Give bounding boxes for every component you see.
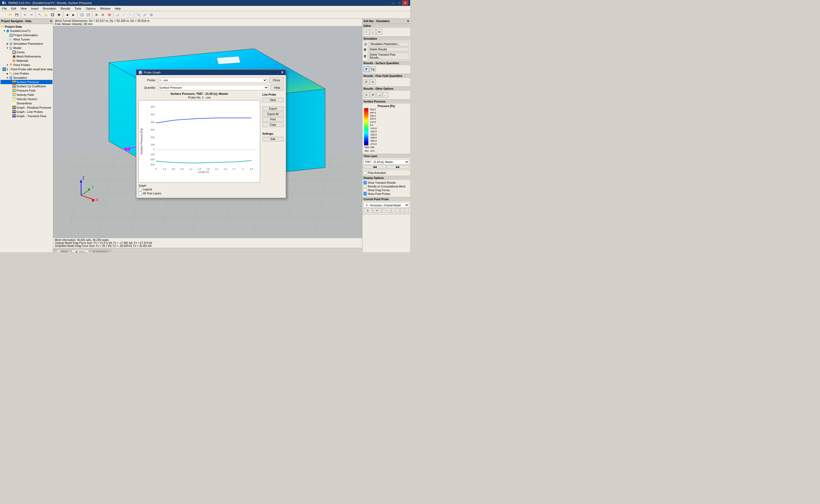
menu-edit[interactable]: Edit (9, 6, 18, 11)
tree-simulation-node[interactable]: ▼ 🌀 Simulation (1, 76, 52, 80)
other-options-header[interactable]: Results - Other Options (362, 87, 410, 91)
results-on-mesh-checkbox[interactable] (364, 185, 367, 188)
time-layer-header[interactable]: Time Layer (362, 154, 410, 158)
flow-animation-checkbox[interactable] (364, 171, 367, 175)
edit-bar-close[interactable]: ✕ (407, 20, 409, 23)
menu-results[interactable]: Results (58, 6, 72, 11)
tree-model[interactable]: ▼ 🏠 Model (1, 46, 52, 50)
toolbar-undo[interactable]: ↩ (22, 12, 28, 18)
toolbar-btn-16[interactable]: 📉 (127, 12, 133, 18)
navigator-close[interactable]: ✕ (50, 20, 52, 23)
tree-surface-cp[interactable]: Surface Cp Coefficient (1, 84, 52, 88)
surface-qty-header[interactable]: Results - Surface Quantities (362, 61, 410, 65)
editor-btn-2[interactable]: ↓ (370, 29, 376, 35)
tab-sections[interactable]: ✂ Sections (89, 249, 111, 252)
probe-rename-btn[interactable]: ✏ (373, 208, 382, 213)
toolbar-btn-19[interactable]: ⚙️ (148, 12, 154, 18)
tree-pressure-field[interactable]: Pressure Field (1, 88, 52, 93)
velocity-flow-btn[interactable]: V (370, 79, 376, 85)
copy-btn[interactable]: Copy (262, 122, 284, 127)
all-time-layers-checkbox[interactable] (138, 192, 142, 195)
tree-wind-tunnel[interactable]: 💨 Wind Tunnel (1, 37, 52, 42)
toolbar-btn-9[interactable]: 🔄 (79, 12, 85, 18)
toolbar-btn-17[interactable]: 🔍 (136, 12, 141, 18)
delete-results-btn[interactable]: Delete Results (368, 47, 409, 52)
toolbar-btn-8[interactable]: ▶ (71, 12, 76, 18)
export-btn[interactable]: Export (262, 106, 284, 111)
delete-transient-btn[interactable]: Delete Transient Flow Results... (368, 52, 409, 60)
minimize-btn[interactable]: — (390, 1, 396, 5)
surface-pressure-header[interactable]: Surface Pressure (362, 100, 410, 104)
editor-section-header[interactable]: Editor (362, 24, 410, 28)
tab-view[interactable]: 👁 View (72, 250, 89, 252)
toolbar-btn-7[interactable]: ◀ (64, 12, 70, 18)
editor-btn-3[interactable]: ✏ (376, 29, 382, 35)
quantity-selector[interactable]: Surface Pressure (158, 85, 268, 90)
toolbar-btn-12[interactable]: ⊟ (100, 12, 106, 18)
probe-delete-btn[interactable]: ✕ (364, 208, 372, 213)
tree-mesh-refinements[interactable]: 🔳 Mesh Refinements (1, 54, 52, 59)
show-point-probes-checkbox[interactable] (364, 192, 367, 195)
toolbar-btn-15[interactable]: 📈 (121, 12, 127, 18)
current-probe-selector[interactable]: 0 - Temporary, Original Model (364, 202, 409, 208)
toolbar-save[interactable]: 💾 (14, 12, 20, 18)
tree-materials[interactable]: 🎨 Materials (1, 59, 52, 63)
probe-down-btn[interactable]: ↓ (391, 208, 400, 213)
close-btn[interactable]: Close (269, 77, 284, 83)
tree-project-info[interactable]: ℹ️ Project Information (1, 33, 52, 37)
toolbar-redo[interactable]: ↪ (28, 12, 34, 18)
print-btn[interactable]: Print (262, 117, 284, 122)
menu-file[interactable]: File (0, 6, 9, 11)
cp-btn[interactable]: Cp (370, 66, 376, 72)
menu-window[interactable]: Window (98, 6, 113, 11)
toolbar-new[interactable]: 📄 (1, 12, 7, 18)
probe-up-btn[interactable]: ↑ (382, 208, 391, 213)
help-btn[interactable]: Help (271, 85, 284, 91)
maximize-btn[interactable]: □ (397, 1, 402, 5)
menu-help[interactable]: Help (113, 6, 123, 11)
toolbar-btn-13[interactable]: 🎯 (106, 12, 112, 18)
close-btn[interactable]: ✕ (402, 1, 408, 5)
show-drag-forces-checkbox[interactable] (364, 189, 367, 192)
toolbar-btn-14[interactable]: 📊 (115, 12, 120, 18)
menu-insert[interactable]: Insert (29, 6, 40, 11)
tree-graph-transient[interactable]: Graph - Transient Flow (1, 114, 52, 118)
tree-point-probes[interactable]: ▼ 📍 Point Probes (1, 63, 52, 67)
show-transient-checkbox[interactable] (364, 181, 367, 184)
time-layer-selector[interactable]: T087 - 21.00 [s], Master (364, 159, 409, 165)
tree-streamlines[interactable]: Streamlines (1, 101, 52, 105)
toolbar-btn-5[interactable]: 🔲 (50, 12, 55, 18)
time-nav-next[interactable]: ▶▶ (387, 165, 409, 169)
tree-zones[interactable]: 🔲 Zones (1, 50, 52, 54)
tree-probe-item-1[interactable]: 1 1 - Point Probe with small time step (1, 67, 52, 71)
time-nav-prev[interactable]: ◀◀ (364, 165, 386, 169)
menu-view[interactable]: View (18, 6, 29, 11)
other-opt-2[interactable]: ⟳ (370, 92, 376, 98)
menu-options[interactable]: Options (84, 6, 98, 11)
tree-velocity-vectors[interactable]: Velocity Vectors (1, 97, 52, 101)
tree-sim-params[interactable]: ▶ ⚙️ Simulation Parameters (1, 42, 52, 46)
other-opt-4[interactable]: 📈 (383, 92, 389, 98)
tree-line-probes[interactable]: ▶ 📏 Line Probes (1, 71, 52, 76)
toolbar-btn-3[interactable]: 🔧 (37, 12, 43, 18)
dialog-close-x-btn[interactable]: ✕ (281, 71, 284, 74)
tree-doublecurve[interactable]: ▼ 🔷 DoubleCurveT1 (1, 29, 52, 33)
pressure-flow-btn[interactable]: P (364, 79, 369, 85)
current-probe-header[interactable]: Current Point Probe (362, 197, 410, 201)
tree-graph-residual[interactable]: Graph - Residual Pressure (1, 105, 52, 110)
simulation-section-header[interactable]: Simulation (362, 37, 410, 41)
dialog-title-bar[interactable]: 📊 Probe Graph ✕ (136, 70, 286, 75)
toolbar-btn-18[interactable]: 🔎 (142, 12, 148, 18)
editor-btn-1[interactable]: ↑ (364, 29, 369, 35)
export-all-btn[interactable]: Export All (262, 112, 284, 116)
other-opt-1[interactable]: ≡ (364, 92, 369, 98)
sim-params-btn[interactable]: Simulation Parameters... (369, 42, 409, 46)
menu-tools[interactable]: Tools (72, 6, 84, 11)
menu-simulation[interactable]: Simulation (40, 6, 58, 11)
legend-checkbox[interactable] (138, 188, 142, 191)
toolbar-btn-4[interactable]: 📐 (43, 12, 49, 18)
tab-data[interactable]: 📊 Data (53, 249, 71, 252)
probe-selector[interactable]: 1 - xxx (158, 77, 267, 83)
tree-graph-line-probes[interactable]: Graph - Line Probes (1, 110, 52, 114)
probe-copy-btn[interactable]: 📋 (400, 208, 409, 213)
